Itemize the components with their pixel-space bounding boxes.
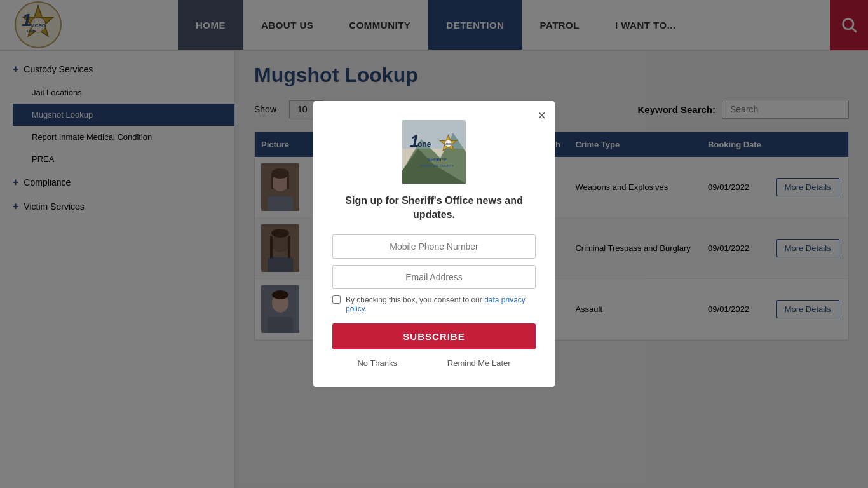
svg-text:SHERIFF: SHERIFF xyxy=(428,158,447,162)
svg-text:MARICOPA COUNTY: MARICOPA COUNTY xyxy=(420,164,454,168)
modal-consent-row: By checking this box, you consent to our… xyxy=(332,295,536,313)
modal-overlay[interactable]: × 1 one MCSO SHERIFF MARICOP xyxy=(0,0,868,488)
remind-later-link[interactable]: Remind Me Later xyxy=(447,358,511,368)
modal-title: Sign up for Sheriff's Office news and up… xyxy=(332,194,536,222)
modal-email-input[interactable] xyxy=(332,265,536,289)
svg-text:MCSO: MCSO xyxy=(445,143,452,146)
modal-bottom-links: No Thanks Remind Me Later xyxy=(332,358,536,368)
consent-checkbox[interactable] xyxy=(332,295,341,304)
subscribe-modal: × 1 one MCSO SHERIFF MARICOP xyxy=(313,101,555,388)
no-thanks-link[interactable]: No Thanks xyxy=(357,358,397,368)
modal-phone-input[interactable] xyxy=(332,234,536,259)
modal-close-button[interactable]: × xyxy=(538,107,546,124)
svg-text:one: one xyxy=(417,140,431,149)
consent-text: By checking this box, you consent to our… xyxy=(346,295,536,313)
modal-logo: 1 one MCSO SHERIFF MARICOPA COUNTY xyxy=(402,120,466,184)
subscribe-button[interactable]: SUBSCRIBE xyxy=(332,323,536,349)
